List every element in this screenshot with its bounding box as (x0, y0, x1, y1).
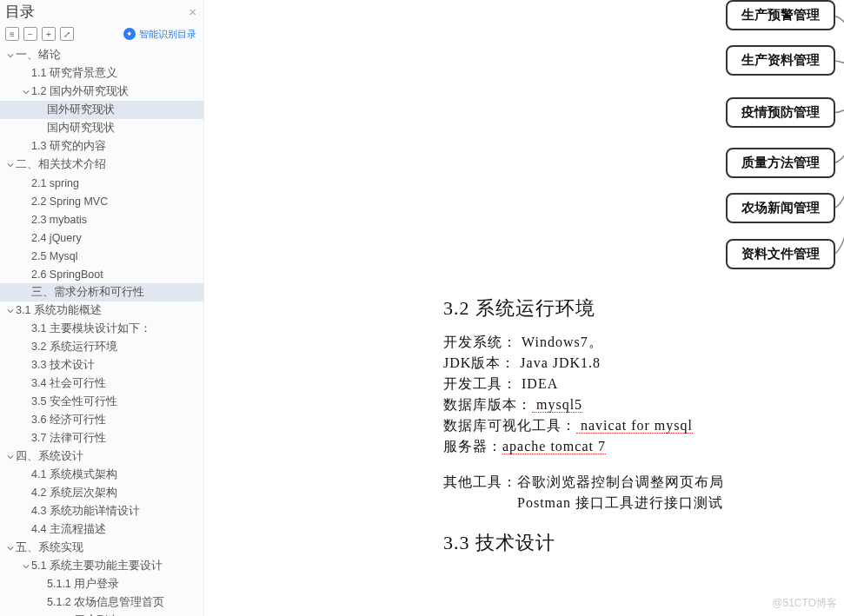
toc-item[interactable]: 4.2 系统层次架构 (0, 484, 203, 502)
toc-item-label: 3.6 经济可行性 (31, 413, 106, 427)
fullscreen-icon[interactable]: ⤢ (60, 27, 74, 41)
toc-item-label: 1.2 国内外研究现状 (31, 84, 129, 99)
env-value: IDEA (517, 376, 558, 391)
toc-item-label: 2.4 jQuery (31, 232, 82, 244)
close-icon[interactable]: × (189, 4, 196, 19)
toc-item[interactable]: 3.4 社会可行性 (0, 374, 203, 393)
toc-title: 目录 (5, 2, 35, 22)
toc-item[interactable]: 五、系统实现 (0, 539, 203, 557)
toc-header: 目录 × (0, 0, 203, 25)
toc-item[interactable]: 2.6 SpringBoot (0, 265, 203, 283)
toc-item-label: 一、绪论 (16, 48, 61, 63)
ai-icon: ✦ (123, 28, 136, 40)
toc-item[interactable]: 3.1 主要模块设计如下： (0, 320, 203, 338)
env-key: 数据库版本： (443, 397, 532, 412)
toc-item[interactable]: 1.3 研究的内容 (0, 137, 203, 156)
env-line: 开发系统： Windows7。 (443, 334, 844, 352)
toc-item-label: 4.2 系统层次架构 (31, 486, 117, 500)
toc-item[interactable]: 4.3 系统功能详情设计 (0, 502, 203, 520)
toc-tree[interactable]: 一、绪论1.1 研究背景意义1.2 国内外研究现状国外研究现状国内研究现状1.3… (0, 46, 203, 616)
chevron-down-icon[interactable] (21, 89, 31, 96)
toc-item[interactable]: 3.1 系统功能概述 (0, 301, 203, 320)
heading-3-3: 3.3 技术设计 (443, 530, 844, 556)
mindmap-child: 生产资料管理 (726, 45, 835, 76)
toc-item-label: 四、系统设计 (16, 449, 83, 464)
env-value: Java JDK1.8 (515, 355, 601, 370)
toc-item[interactable]: 1.2 国内外研究现状 (0, 83, 203, 101)
toc-item[interactable]: 2.2 Spring MVC (0, 192, 203, 210)
toc-item[interactable]: 1.1 研究背景意义 (0, 64, 203, 83)
other-tools-line2: Postman 接口工具进行接口测试 (443, 494, 844, 513)
mindmap: 智能农场信息系统 生产预警管理生产资料管理疫情预防管理质量方法管理农场新闻管理资… (439, 0, 844, 278)
toc-item[interactable]: 4.4 主流程描述 (0, 520, 203, 539)
toc-item[interactable]: 3.2 系统运行环境 (0, 338, 203, 356)
toc-item-label: 国外研究现状 (47, 103, 115, 117)
chevron-down-icon[interactable] (21, 563, 31, 570)
toc-item-label: 2.2 Spring MVC (31, 195, 108, 208)
toc-item[interactable]: 2.5 Mysql (0, 247, 203, 265)
toc-item-label: 2.1 spring (31, 177, 79, 189)
list-icon[interactable]: ≡ (5, 27, 19, 41)
env-key: 服务器： (443, 439, 502, 454)
toc-item-label: 国内研究现状 (47, 121, 115, 136)
toc-item-label: 五、系统实现 (16, 540, 83, 555)
toc-item-label: 4.1 系统模式架构 (31, 467, 117, 482)
toc-item[interactable]: 3.6 经济可行性 (0, 411, 203, 429)
expand-icon[interactable]: + (42, 27, 56, 41)
toc-item[interactable]: 2.3 mybatis (0, 210, 203, 229)
env-line: 数据库版本： mysql5 (443, 396, 844, 414)
toc-item-label: 4.4 主流程描述 (31, 522, 106, 537)
toc-item-label: 2.3 mybatis (31, 214, 87, 226)
chevron-down-icon[interactable] (5, 162, 16, 169)
watermark: @51CTO博客 (772, 596, 837, 611)
toc-item-label: 2.5 Mysql (31, 250, 78, 262)
mindmap-connectors (439, 0, 844, 278)
chevron-down-icon[interactable] (5, 545, 16, 552)
env-line: 数据库可视化工具： navicat for mysql (443, 417, 844, 435)
toc-item-label: 2.6 SpringBoot (31, 268, 103, 281)
toc-item[interactable]: 5.1.1 用户登录 (0, 575, 203, 593)
env-key: 开发系统： (443, 334, 517, 349)
chevron-down-icon[interactable] (5, 52, 16, 59)
env-value: Windows7。 (517, 334, 603, 349)
toc-item-label: 1.1 研究背景意义 (31, 66, 117, 81)
env-line: JDK版本： Java JDK1.8 (443, 354, 844, 373)
chevron-down-icon[interactable] (5, 454, 16, 460)
article-body: 3.2 系统运行环境 开发系统： Windows7。JDK版本： Java JD… (443, 295, 844, 568)
toc-item[interactable]: 5.1 系统主要功能主要设计 (0, 557, 203, 575)
toc-item[interactable]: 3.5 安全性可行性 (0, 393, 203, 411)
mindmap-child: 疫情预防管理 (726, 97, 835, 128)
other-tools-line1: 其他工具：谷歌浏览器控制台调整网页布局 (443, 474, 844, 492)
toc-item[interactable]: 5.1.2 农场信息管理首页 (0, 593, 203, 612)
toc-item[interactable]: 3.3 技术设计 (0, 356, 203, 374)
toc-item-label: 3.3 技术设计 (31, 358, 95, 373)
toc-item[interactable]: 一、绪论 (0, 46, 203, 64)
mindmap-child: 农场新闻管理 (726, 193, 835, 223)
smart-detect-label: 智能识别目录 (139, 28, 196, 41)
smart-detect-button[interactable]: ✦ 智能识别目录 (123, 28, 196, 41)
env-value: navicat for mysql (576, 418, 693, 434)
toc-item-label: 3.1 主要模块设计如下： (31, 321, 151, 336)
toc-item[interactable]: 二、相关技术介绍 (0, 156, 203, 174)
collapse-icon[interactable]: − (23, 27, 37, 41)
toc-item[interactable]: 2.1 spring (0, 174, 203, 192)
mindmap-child: 质量方法管理 (726, 148, 835, 178)
toc-item-label: 3.1 系统功能概述 (16, 303, 102, 318)
toc-item-label: 5.1.1 用户登录 (47, 577, 119, 592)
toc-item[interactable]: 4.1 系统模式架构 (0, 466, 203, 484)
toc-item-label: 三、需求分析和可行性 (31, 285, 144, 300)
mindmap-child: 资料文件管理 (726, 239, 835, 269)
env-key: 数据库可视化工具： (443, 418, 576, 433)
toc-item[interactable]: 5.1.3 用户列表 (0, 612, 203, 616)
document-viewport[interactable]: 智能农场信息系统 生产预警管理生产资料管理疫情预防管理质量方法管理农场新闻管理资… (204, 0, 844, 616)
toc-item[interactable]: 国内研究现状 (0, 119, 203, 137)
env-line: 开发工具： IDEA (443, 375, 844, 394)
toc-item-label: 二、相关技术介绍 (16, 157, 106, 172)
toc-item[interactable]: 三、需求分析和可行性 (0, 283, 203, 301)
toc-item[interactable]: 国外研究现状 (0, 101, 203, 119)
toc-item-label: 5.1.2 农场信息管理首页 (47, 595, 164, 610)
toc-item[interactable]: 四、系统设计 (0, 447, 203, 466)
chevron-down-icon[interactable] (5, 308, 16, 315)
toc-item[interactable]: 2.4 jQuery (0, 229, 203, 247)
toc-item[interactable]: 3.7 法律可行性 (0, 429, 203, 447)
